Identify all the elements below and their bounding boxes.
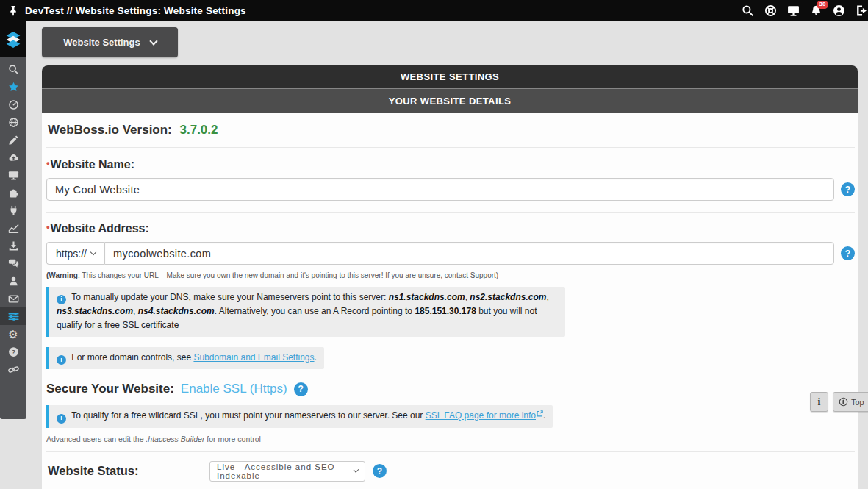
website-address-input[interactable] — [104, 242, 834, 265]
info-icon: i — [57, 295, 66, 304]
webboss-logo[interactable] — [0, 21, 26, 57]
info-button[interactable]: i — [810, 392, 828, 412]
sidebar-question-icon[interactable]: ? — [0, 343, 26, 360]
website-status-help-icon[interactable]: ? — [373, 464, 387, 478]
website-name-field: •Website Name: ? — [46, 157, 855, 213]
display-icon[interactable] — [786, 4, 800, 18]
top-button-label: Top — [851, 398, 864, 407]
sidebar-plug-icon[interactable] — [0, 201, 26, 219]
support-lifering-icon[interactable] — [764, 4, 777, 18]
protocol-value: https:// — [56, 248, 87, 260]
sidebar-link-icon[interactable] — [0, 360, 26, 378]
website-name-label: •Website Name: — [46, 157, 855, 171]
topbar: DevTest // Website Settings: Website Set… — [0, 0, 868, 21]
website-status-label: Website Status: — [48, 464, 209, 478]
chevron-down-icon — [149, 37, 157, 45]
enable-ssl-link[interactable]: Enable SSL (Https) — [181, 382, 287, 396]
section-header: WEBSITE SETTINGS — [42, 65, 858, 89]
website-address-field: •Website Address: https:// ? (Warning: T… — [46, 221, 855, 369]
account-icon[interactable] — [832, 4, 845, 18]
info-icon: i — [57, 414, 66, 424]
sidebar-comments-icon[interactable] — [0, 254, 26, 272]
external-link-icon — [537, 410, 543, 417]
svg-text:?: ? — [11, 348, 15, 355]
website-name-input[interactable] — [46, 178, 834, 201]
pin-icon[interactable] — [7, 5, 19, 17]
search-icon[interactable] — [741, 4, 754, 18]
nameserver-4: ns4.stackdns.com — [138, 306, 215, 316]
domain-controls-infobox: i For more domain controls, see Subdomai… — [46, 347, 324, 369]
sidebar-pencil-icon[interactable] — [0, 131, 26, 149]
website-status-row: Website Status: Live - Accessible and SE… — [46, 452, 855, 489]
panel-content: WebBoss.io Version: 3.7.0.2 •Website Nam… — [42, 113, 858, 489]
ssl-infobox: i To qualify for a free wildcard SSL, yo… — [46, 405, 553, 427]
notification-badge: 30 — [817, 1, 828, 9]
logout-icon[interactable] — [855, 4, 868, 18]
address-warning: (Warning: This changes your URL – Make s… — [46, 271, 855, 279]
sidebar-gear-icon[interactable]: ⚙ — [0, 325, 26, 343]
sidebar-download-icon[interactable] — [0, 237, 26, 254]
htaccess-line: Advanced users can edit the .htaccess Bu… — [46, 435, 855, 452]
website-status-select[interactable]: Live - Accessible and SEO Indexable — [209, 461, 365, 482]
nameserver-1: ns1.stackdns.com — [389, 292, 465, 302]
required-marker: • — [46, 157, 50, 168]
ssl-faq-link[interactable]: SSL FAQ page for more info — [426, 410, 536, 421]
scroll-to-top-button[interactable]: Top — [833, 392, 868, 412]
version-label: WebBoss.io Version: — [48, 123, 172, 137]
website-address-help-icon[interactable]: ? — [841, 246, 855, 260]
chevron-down-icon — [90, 249, 96, 255]
window-title: DevTest // Website Settings: Website Set… — [25, 5, 246, 16]
support-link[interactable]: Support — [470, 271, 496, 279]
ssl-row: Secure Your Website: Enable SSL (Https) … — [46, 382, 855, 396]
sidebar-globe-icon[interactable] — [0, 113, 26, 131]
sidebar-favorites-star-icon[interactable] — [0, 78, 26, 96]
page-selector-label: Website Settings — [63, 37, 140, 48]
topbar-actions: 30 — [741, 4, 868, 18]
htaccess-builder-link[interactable]: Advanced users can edit the .htaccess Bu… — [46, 435, 261, 443]
info-icon: i — [57, 355, 66, 365]
website-name-help-icon[interactable]: ? — [841, 182, 855, 196]
sidebar-cloud-upload-icon[interactable] — [0, 149, 26, 166]
subdomain-email-settings-link[interactable]: Subdomain and Email Settings — [193, 352, 314, 363]
sidebar-nav: ⚙ ? — [0, 57, 26, 378]
version-value: 3.7.0.2 — [180, 123, 218, 137]
sidebar-display-icon[interactable] — [0, 166, 26, 184]
protocol-select[interactable]: https:// — [46, 242, 104, 265]
ssl-help-icon[interactable]: ? — [294, 382, 308, 396]
sidebar-user-icon[interactable] — [0, 272, 26, 290]
a-record-ip: 185.151.30.178 — [415, 306, 476, 316]
sidebar-search-icon[interactable] — [0, 60, 26, 78]
settings-panel: WEBSITE SETTINGS YOUR WEBSITE DETAILS We… — [42, 65, 858, 489]
nameserver-2: ns2.stackdns.com — [470, 292, 546, 302]
subsection-header: YOUR WEBSITE DETAILS — [42, 89, 858, 113]
required-marker: • — [46, 221, 50, 232]
sidebar-settings-sliders-icon[interactable] — [0, 307, 26, 325]
sidebar-envelope-icon[interactable] — [0, 290, 26, 307]
website-address-label: •Website Address: — [46, 221, 855, 235]
sidebar-puzzle-icon[interactable] — [0, 184, 26, 201]
version-row: WebBoss.io Version: 3.7.0.2 — [46, 113, 855, 148]
sidebar: ⚙ ? — [0, 21, 26, 419]
nameserver-3: ns3.stackdns.com — [57, 306, 133, 316]
website-status-value: Live - Accessible and SEO Indexable — [217, 463, 354, 480]
page-selector-dropdown[interactable]: Website Settings — [42, 27, 178, 57]
notifications-bell-icon[interactable]: 30 — [809, 4, 822, 18]
sidebar-dashboard-gauge-icon[interactable] — [0, 96, 26, 113]
sidebar-chart-line-icon[interactable] — [0, 219, 26, 237]
ssl-label: Secure Your Website: — [46, 382, 174, 396]
dns-infobox: i To manually update your DNS, make sure… — [46, 287, 565, 337]
arrow-up-circle-icon — [839, 397, 848, 407]
